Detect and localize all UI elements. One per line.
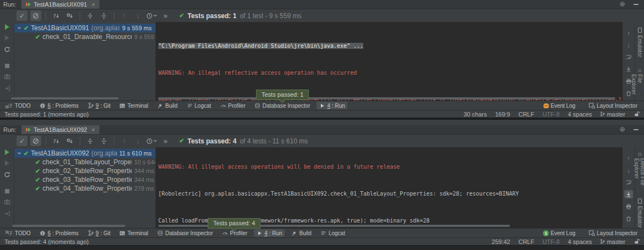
sort-by-duration-icon[interactable] <box>64 10 75 21</box>
sort-by-duration-icon[interactable] <box>64 136 75 146</box>
close-tab-icon[interactable]: × <box>91 126 95 133</box>
line-separator-widget[interactable]: CRLF <box>518 111 534 118</box>
tool-button-git[interactable]: 9: Git <box>85 229 113 237</box>
indent-widget[interactable]: 4 spaces <box>568 238 592 245</box>
tool-button-profiler[interactable]: Profiler <box>218 102 248 109</box>
git-branch-widget[interactable]: master <box>600 238 625 245</box>
test-suite-row[interactable]: ✔ TestA1BasicUIX091 (org.aplas.basicappx… <box>14 24 156 32</box>
sort-alphabetically-icon[interactable] <box>51 136 62 146</box>
hide-panel-icon[interactable] <box>634 4 639 5</box>
test-case-row[interactable]: ✔ check_01_TableLayout_Properties 10 s 6… <box>14 158 156 166</box>
expand-all-icon[interactable] <box>85 136 96 146</box>
refresh-icon[interactable] <box>3 171 11 178</box>
tool-button-run[interactable]: 4: Run <box>317 102 347 109</box>
clear-console-trash-icon[interactable] <box>624 214 633 223</box>
run-tab-testa1basicuix091[interactable]: TestA1BasicUIX091 × <box>21 0 99 9</box>
up-stacktrace-icon[interactable]: ↑ <box>624 29 633 37</box>
tool-button-problems[interactable]: 6: Problems <box>37 102 81 109</box>
stop-button[interactable] <box>3 189 11 193</box>
previous-occurrence-icon[interactable]: ↑ <box>119 10 130 21</box>
console-output-1[interactable]: "C:\Program Files\Android\Android Studio… <box>156 22 623 101</box>
layout-inspector-link[interactable]: Layout Inspector <box>586 229 640 237</box>
down-stacktrace-icon[interactable]: ↓ <box>624 41 633 49</box>
console-horizontal-scrollbar[interactable] <box>158 97 615 99</box>
settings-gear-icon[interactable] <box>619 126 625 132</box>
print-icon[interactable] <box>624 202 633 210</box>
collapse-all-icon[interactable] <box>98 136 109 146</box>
chevron-down-icon[interactable] <box>17 151 21 155</box>
more-toolbar-actions-icon[interactable]: » <box>160 136 171 146</box>
tool-button-logcat[interactable]: Logcat <box>184 102 213 109</box>
selection-size-widget[interactable]: 30 chars <box>464 111 487 118</box>
tool-button-problems[interactable]: 6: Problems <box>37 229 81 237</box>
rerun-failed-tests-button[interactable] <box>3 35 11 41</box>
rerun-button[interactable] <box>3 24 11 30</box>
encoding-widget[interactable]: UTF-8 <box>542 238 559 245</box>
unlocked-padlock-icon[interactable] <box>634 238 640 245</box>
import-test-results-icon[interactable] <box>3 210 11 217</box>
collapse-all-icon[interactable] <box>98 10 109 21</box>
caret-position-widget[interactable]: 259:42 <box>492 238 510 245</box>
rerun-failed-tests-button[interactable] <box>3 160 11 166</box>
more-side-actions-icon[interactable]: » <box>3 103 11 110</box>
settings-gear-icon[interactable] <box>619 1 625 7</box>
test-suite-row[interactable]: ✔ TestA1BasicUIX092 (org.aplas.basicappx… <box>14 149 156 158</box>
chevron-down-icon[interactable] <box>17 26 21 30</box>
caret-position-widget[interactable]: 169:9 <box>495 111 510 118</box>
test-history-icon[interactable] <box>146 136 157 146</box>
line-separator-widget[interactable]: CRLF <box>518 238 534 245</box>
rerun-button[interactable] <box>3 149 11 155</box>
show-ignored-filter-button[interactable] <box>30 136 41 146</box>
import-test-results-icon[interactable] <box>3 85 11 92</box>
next-occurrence-icon[interactable]: ↓ <box>132 10 143 21</box>
test-case-row[interactable]: ✔ check_02_TableRow_Properties 344 ms <box>14 166 156 175</box>
test-case-row[interactable]: ✔ check_03_TableRow_Properties 344 ms <box>14 175 156 184</box>
tool-button-terminal[interactable]: Terminal <box>117 229 151 237</box>
show-passed-filter-button[interactable]: ✓ <box>16 10 27 21</box>
tool-button-logcat[interactable]: Logcat <box>318 229 347 237</box>
tool-button-git[interactable]: 9: Git <box>85 102 113 109</box>
down-stacktrace-icon[interactable]: ↓ <box>624 166 633 174</box>
test-history-icon[interactable] <box>146 10 157 21</box>
more-toolbar-actions-icon[interactable]: » <box>160 10 171 21</box>
tree-horizontal-scrollbar[interactable] <box>12 225 125 227</box>
unlocked-padlock-icon[interactable] <box>634 111 640 117</box>
previous-occurrence-icon[interactable]: ↑ <box>119 136 130 146</box>
event-log-link[interactable]: 1Event Log <box>541 230 578 237</box>
tool-button-build[interactable]: Build <box>155 102 180 109</box>
tool-button-run[interactable]: 4: Run <box>254 229 284 237</box>
close-tab-icon[interactable]: × <box>91 1 95 8</box>
show-passed-filter-button[interactable]: ✓ <box>16 136 27 146</box>
emulator-tool-button[interactable]: Emulator <box>637 27 643 57</box>
device-file-explorer-tool-button[interactable]: Device File Explorer <box>634 153 644 186</box>
stop-button[interactable] <box>3 64 11 68</box>
more-side-actions-icon[interactable]: » <box>3 228 11 235</box>
screenshot-icon[interactable] <box>3 74 11 80</box>
tool-button-database-inspector[interactable]: Database Inspector <box>155 229 215 237</box>
git-branch-widget[interactable]: master <box>600 111 625 118</box>
expand-all-icon[interactable] <box>85 10 96 21</box>
soft-wrap-icon[interactable] <box>624 53 633 61</box>
event-log-link[interactable]: Event Log <box>541 102 578 109</box>
hide-panel-icon[interactable] <box>634 129 639 130</box>
sort-alphabetically-icon[interactable] <box>51 10 62 21</box>
test-case-row[interactable]: ✔ check_04_TableRow_Properties 278 ms <box>14 184 156 193</box>
show-ignored-filter-button[interactable] <box>30 10 41 21</box>
up-stacktrace-icon[interactable]: ↑ <box>624 154 633 162</box>
encoding-widget[interactable]: UTF-8 <box>542 111 559 118</box>
next-occurrence-icon[interactable]: ↓ <box>132 136 143 146</box>
tree-horizontal-scrollbar[interactable] <box>11 97 119 99</box>
test-case-row[interactable]: ✔ check_01_Drawable_Resources 9 s 559 ms <box>14 32 156 41</box>
console-output-2[interactable]: WARNING: All illegal access operations w… <box>156 147 623 228</box>
layout-inspector-link[interactable]: Layout Inspector <box>586 102 640 109</box>
screenshot-icon[interactable] <box>3 199 11 205</box>
emulator-tool-button[interactable]: Emulator <box>637 198 643 228</box>
scroll-to-end-icon[interactable] <box>624 190 633 198</box>
run-tab-testa1basicuix092[interactable]: TestA1BasicUIX092 × <box>21 125 99 134</box>
device-file-explorer-tool-button[interactable]: Device File Explorer <box>631 69 644 101</box>
refresh-icon[interactable] <box>3 46 11 53</box>
tool-button-terminal[interactable]: Terminal <box>117 102 151 109</box>
soft-wrap-icon[interactable] <box>624 178 633 186</box>
indent-widget[interactable]: 4 spaces <box>568 111 592 118</box>
tool-button-build[interactable]: Build <box>289 229 314 237</box>
